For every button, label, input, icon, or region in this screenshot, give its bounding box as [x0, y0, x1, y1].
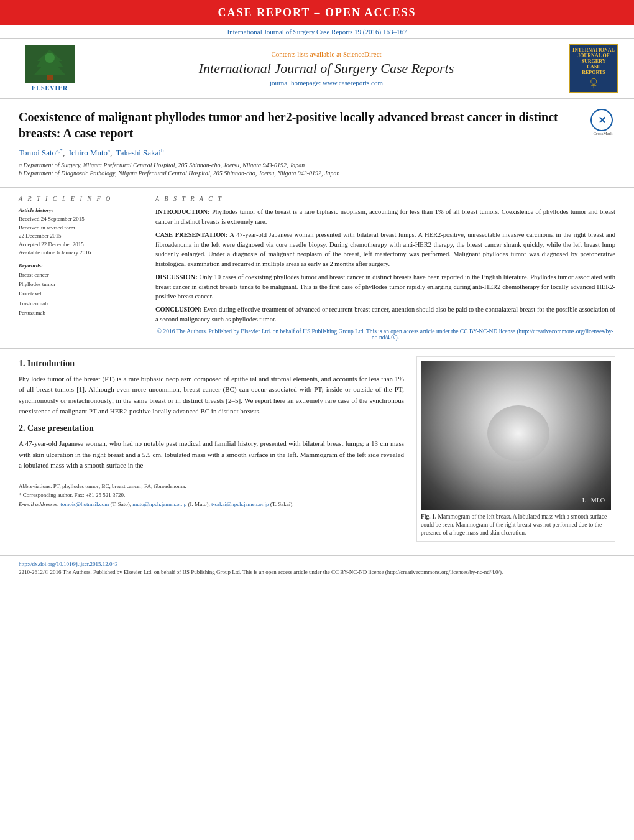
case-report-banner: CASE REPORT – OPEN ACCESS: [0, 0, 634, 25]
journal-header: ELSEVIER Contents lists available at Sci…: [0, 39, 634, 99]
body-columns: 1. Introduction Phyllodes tumor of the b…: [19, 356, 615, 548]
section-1-title: 1. Introduction: [19, 359, 404, 369]
article-info-column: A R T I C L E I N F O Article history: R…: [19, 195, 143, 340]
sciencedirect-text: ScienceDirect: [343, 50, 382, 58]
author-sakai: Takeshi Sakai: [116, 148, 161, 157]
abstract-copyright: © 2016 The Authors. Published by Elsevie…: [155, 328, 615, 341]
mammogram-label: L - MLO: [582, 497, 605, 504]
homepage-url[interactable]: www.casereports.com: [323, 79, 383, 86]
keyword-trastuzumab: Trastuzumab: [19, 299, 143, 308]
abbreviations: Abbreviations: PT, phyllodes tumor; BC, …: [19, 482, 404, 491]
footnotes: Abbreviations: PT, phyllodes tumor; BC, …: [19, 478, 404, 509]
keywords-label: Keywords:: [19, 262, 143, 269]
abstract-column: A B S T R A C T INTRODUCTION: Phyllodes …: [155, 195, 615, 340]
crossmark-label: CrossMark: [590, 131, 615, 136]
keyword-docetaxel: Docetaxel: [19, 289, 143, 298]
body-right-column: L - MLO Fig. 1. Mammogram of the left br…: [416, 356, 615, 548]
bottom-copyright: 2210-2612/© 2016 The Authors. Published …: [19, 569, 615, 575]
svg-point-3: [590, 78, 596, 84]
email-addresses: E-mail addresses: tomois@hotmail.com (T.…: [19, 500, 404, 509]
article-history-label: Article history:: [19, 207, 143, 213]
authors-line: Tomoi Satoa,*, Ichiro Mutoa, Takeshi Sak…: [19, 147, 615, 158]
article-dates: Received 24 September 2015 Received in r…: [19, 215, 143, 257]
article-title-section: Coexistence of malignant phyllodes tumor…: [0, 99, 634, 188]
journal-title: International Journal of Surgery Case Re…: [87, 60, 566, 76]
author-muto: Ichiro Muto: [69, 148, 108, 157]
figure-1-box: L - MLO Fig. 1. Mammogram of the left br…: [416, 356, 615, 542]
keywords-list: Breast cancer Phyllodes tumor Docetaxel …: [19, 270, 143, 318]
article-title: Coexistence of malignant phyllodes tumor…: [19, 109, 584, 141]
main-body: 1. Introduction Phyllodes tumor of the b…: [0, 349, 634, 556]
elsevier-label: ELSEVIER: [32, 85, 68, 91]
journal-badge: INTERNATIONAL JOURNAL OF SURGERY CASE RE…: [566, 44, 622, 93]
body-left-column: 1. Introduction Phyllodes tumor of the b…: [19, 356, 404, 548]
mammogram-mass: [487, 405, 549, 461]
keyword-breast-cancer: Breast cancer: [19, 270, 143, 280]
doi-line: International Journal of Surgery Case Re…: [0, 25, 634, 39]
article-title-row: Coexistence of malignant phyllodes tumor…: [19, 109, 615, 141]
elsevier-tree-logo: [25, 45, 75, 83]
abstract-text: INTRODUCTION: Phyllodes tumor of the bre…: [155, 207, 615, 324]
journal-center: Contents lists available at ScienceDirec…: [87, 50, 566, 86]
sciencedirect-link: Contents lists available at ScienceDirec…: [87, 50, 566, 58]
keyword-pertuzumab: Pertuzumab: [19, 308, 143, 318]
section-2-text: A 47-year-old Japanese woman, who had no…: [19, 438, 404, 471]
banner-label: CASE REPORT – OPEN ACCESS: [218, 6, 416, 19]
affiliation-a: a Department of Surgery, Niigata Prefect…: [19, 162, 615, 168]
keyword-phyllodes: Phyllodes tumor: [19, 280, 143, 289]
crossmark-box: ✕ CrossMark: [590, 109, 615, 136]
article-info-header: A R T I C L E I N F O: [19, 195, 143, 202]
bottom-info: http://dx.doi.org/10.1016/j.ijscr.2015.1…: [0, 555, 634, 580]
section-2-title: 2. Case presentation: [19, 423, 404, 433]
publisher-logo: ELSEVIER: [12, 45, 87, 91]
journal-homepage: journal homepage: www.casereports.com: [87, 79, 566, 86]
svg-point-2: [45, 53, 55, 63]
affiliation-b: b Department of Diagnostic Pathology, Ni…: [19, 170, 615, 177]
mammogram-background: L - MLO: [421, 361, 611, 510]
author-sato: Tomoi Sato: [19, 148, 56, 157]
bottom-doi[interactable]: http://dx.doi.org/10.1016/j.ijscr.2015.1…: [19, 561, 615, 567]
article-info-abstract: A R T I C L E I N F O Article history: R…: [0, 188, 634, 348]
journal-badge-box: INTERNATIONAL JOURNAL OF SURGERY CASE RE…: [569, 44, 618, 93]
figure-1-image: L - MLO: [421, 361, 611, 510]
crossmark-logo[interactable]: ✕: [590, 109, 613, 131]
figure-1-caption: Fig. 1. Mammogram of the left breast. A …: [421, 513, 611, 538]
abstract-header: A B S T R A C T: [155, 195, 615, 202]
corresponding-author: * Corresponding author. Fax: +81 25 521 …: [19, 491, 404, 499]
doi-text: International Journal of Surgery Case Re…: [227, 28, 407, 35]
section-1-text: Phyllodes tumor of the breast (PT) is a …: [19, 374, 404, 417]
